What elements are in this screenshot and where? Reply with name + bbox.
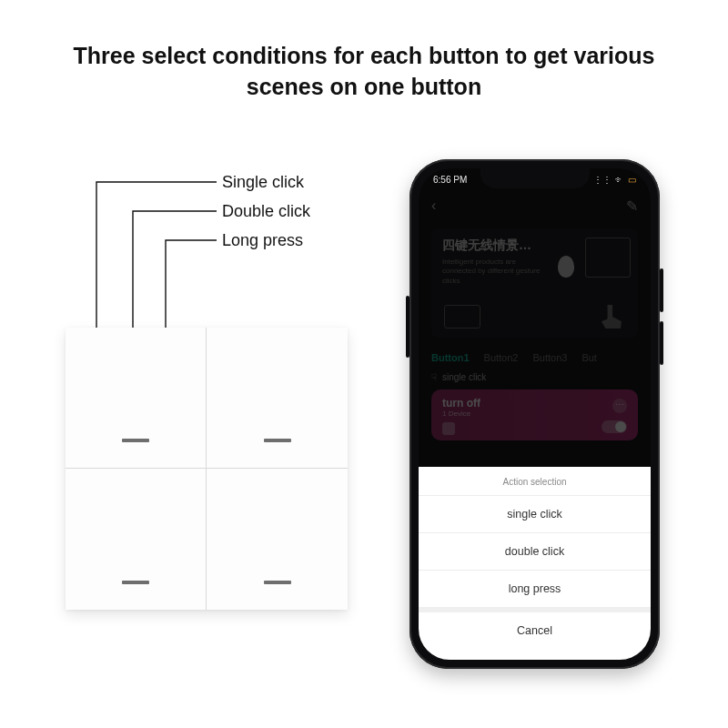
volume-up-button	[660, 268, 663, 312]
action-option-single-click[interactable]: single click	[419, 495, 651, 532]
switch-panel	[66, 328, 348, 610]
switch-button-3[interactable]	[66, 469, 207, 610]
wifi-icon: ᯤ	[615, 175, 624, 185]
action-option-double-click[interactable]: double click	[419, 532, 651, 570]
indicator-led	[264, 581, 291, 584]
indicator-led	[122, 581, 149, 584]
indicator-led	[264, 439, 291, 442]
battery-icon: ▭	[628, 175, 636, 185]
action-option-long-press[interactable]: long press	[419, 570, 651, 607]
action-sheet-title: Action selection	[419, 467, 651, 495]
phone-frame: 6:56 PM ⋮⋮ ᯤ ▭ ‹ ✎ 四键无线情景… Intelligent p…	[410, 159, 660, 669]
phone-notch	[480, 168, 590, 188]
indicator-led	[122, 439, 149, 442]
signal-icon: ⋮⋮	[593, 175, 612, 185]
status-time: 6:56 PM	[433, 175, 467, 185]
callout-label-long: Long press	[222, 231, 303, 250]
callout-label-double: Double click	[222, 202, 310, 221]
switch-button-4[interactable]	[207, 469, 348, 610]
callout-label-single: Single click	[222, 173, 304, 192]
phone-screen: 6:56 PM ⋮⋮ ᯤ ▭ ‹ ✎ 四键无线情景… Intelligent p…	[419, 168, 651, 660]
action-sheet: Action selection single click double cli…	[419, 467, 651, 660]
action-sheet-cancel[interactable]: Cancel	[419, 612, 651, 660]
power-button	[406, 296, 410, 358]
volume-down-button	[660, 321, 663, 365]
switch-button-2[interactable]	[207, 328, 348, 469]
switch-button-1[interactable]	[66, 328, 207, 469]
